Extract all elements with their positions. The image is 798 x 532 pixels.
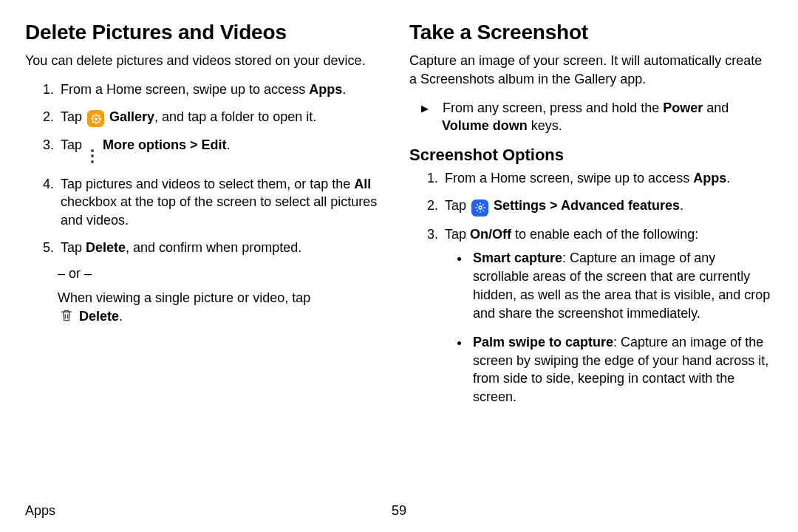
delete-icon bbox=[59, 307, 74, 324]
heading-delete: Delete Pictures and Videos bbox=[25, 21, 389, 44]
page-footer: Apps 59 bbox=[25, 503, 773, 519]
when-viewing: When viewing a single picture or video, … bbox=[58, 289, 389, 326]
svg-point-5 bbox=[92, 115, 94, 117]
bullet-palm-swipe: Palm swipe to capture: Capture an image … bbox=[470, 333, 773, 406]
settings-icon bbox=[471, 200, 488, 216]
footer-section: Apps bbox=[25, 503, 55, 518]
svg-point-4 bbox=[98, 117, 100, 120]
options-bullets: Smart capture: Capture an image of any s… bbox=[445, 249, 773, 406]
intro-left: You can delete pictures and videos store… bbox=[25, 52, 389, 70]
step-1: From a Home screen, swipe up to access A… bbox=[58, 81, 389, 99]
steps-right: From a Home screen, swipe up to access A… bbox=[409, 169, 773, 406]
svg-point-8 bbox=[98, 120, 100, 123]
gallery-icon bbox=[87, 110, 104, 127]
step-3: Tap More options > Edit. bbox=[58, 136, 389, 166]
r-step-3: Tap On/Off to enable each of the followi… bbox=[442, 225, 773, 406]
step-5: Tap Delete, and confirm when prompted. bbox=[58, 239, 389, 257]
heading-screenshot: Take a Screenshot bbox=[409, 21, 773, 44]
svg-point-9 bbox=[479, 206, 482, 209]
intro-right: Capture an image of your screen. It will… bbox=[409, 52, 773, 89]
step-4: Tap pictures and videos to select them, … bbox=[58, 175, 389, 230]
steps-left: From a Home screen, swipe up to access A… bbox=[25, 81, 389, 257]
right-column: Take a Screenshot Capture an image of yo… bbox=[409, 21, 773, 417]
svg-point-3 bbox=[91, 117, 93, 120]
or-separator: – or – bbox=[58, 266, 389, 282]
subheading-options: Screenshot Options bbox=[409, 146, 773, 165]
lead-item: From any screen, press and hold the Powe… bbox=[442, 99, 773, 136]
r-step-2: Tap Settings > Advanced features. bbox=[442, 197, 773, 216]
svg-point-0 bbox=[95, 117, 98, 120]
step-2: Tap Gallery, and tap a folder to open it… bbox=[58, 108, 389, 128]
svg-point-1 bbox=[95, 114, 97, 116]
bullet-smart-capture: Smart capture: Capture an image of any s… bbox=[470, 249, 773, 322]
r-step-1: From a Home screen, swipe up to access A… bbox=[442, 169, 773, 188]
left-column: Delete Pictures and Videos You can delet… bbox=[25, 21, 389, 417]
lead-bullet: From any screen, press and hold the Powe… bbox=[409, 99, 773, 136]
svg-point-6 bbox=[98, 115, 100, 117]
more-options-icon bbox=[87, 147, 98, 166]
svg-point-2 bbox=[95, 122, 97, 124]
svg-point-7 bbox=[92, 120, 94, 123]
page-number: 59 bbox=[392, 503, 406, 519]
